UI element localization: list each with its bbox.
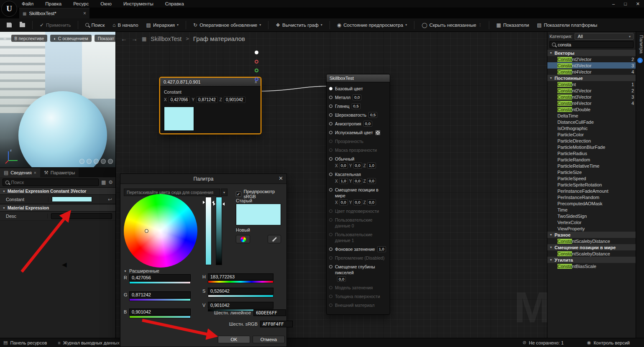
palette-row[interactable]: DeltaTime bbox=[547, 112, 636, 119]
back-icon[interactable]: ← bbox=[121, 35, 127, 42]
menu-edit[interactable]: Правка bbox=[45, 1, 61, 6]
r-output-pin[interactable] bbox=[255, 60, 258, 64]
pin-icon[interactable] bbox=[329, 157, 332, 161]
g-output-pin[interactable] bbox=[255, 69, 258, 72]
material-input-pin[interactable]: Испускаемый цвет bbox=[329, 130, 387, 135]
pin-icon[interactable] bbox=[329, 131, 332, 134]
tab-skillboxtest[interactable]: ▦ SkillboxTest* × bbox=[19, 8, 89, 18]
pin-value-field[interactable]: 0,5 bbox=[352, 103, 360, 109]
material-input-pin[interactable]: Смещение глубины пикселей 0,0 bbox=[329, 264, 387, 282]
color-themes-button[interactable] bbox=[236, 235, 250, 243]
palette-row[interactable]: Consta nt 1 bbox=[547, 81, 636, 87]
palette-row[interactable]: PerInstanceFadeAmount bbox=[547, 188, 636, 194]
hex-srgb-field[interactable]: AFF0F4FF bbox=[260, 321, 293, 327]
palette-row[interactable]: Consta nt3Vector 3 bbox=[547, 62, 636, 69]
palette-row[interactable]: Consta nt3Vector 3 bbox=[547, 94, 636, 100]
node-color-swatch[interactable] bbox=[164, 107, 194, 131]
pin-icon[interactable] bbox=[329, 188, 332, 191]
section-material-expression[interactable]: ▼ Material Expression bbox=[0, 204, 115, 212]
pin-icon[interactable] bbox=[329, 265, 332, 268]
y-value-field[interactable]: 0,0 bbox=[353, 178, 362, 184]
preview-viewport[interactable]: ≡ В перспективе ◐С освещением Показат z bbox=[0, 32, 116, 167]
pin-icon[interactable] bbox=[329, 148, 332, 152]
breadcrumb-root[interactable]: SkillboxTest bbox=[151, 36, 181, 42]
channel-value-field[interactable]: 0,901042 bbox=[208, 302, 273, 309]
pin-icon[interactable] bbox=[329, 140, 332, 143]
pin-icon[interactable] bbox=[329, 295, 332, 298]
y-value-field[interactable]: 0,0 bbox=[353, 199, 362, 205]
minimize-button[interactable]: – bbox=[612, 1, 615, 6]
constant-color-swatch[interactable] bbox=[52, 196, 92, 202]
material-input-pin[interactable]: Цвет подповерхности bbox=[329, 208, 387, 214]
dock-download-icon[interactable]: ↓ bbox=[637, 58, 643, 63]
viewport-menu-icon[interactable]: ≡ bbox=[2, 35, 8, 41]
channel-gradient-slider[interactable] bbox=[208, 281, 273, 283]
perspective-button[interactable]: В перспективе bbox=[11, 35, 48, 42]
platform-stats-button[interactable]: ▤Показатели платформы bbox=[534, 20, 600, 30]
palette-row[interactable]: VertexColor bbox=[547, 219, 636, 225]
close-icon[interactable]: ✕ bbox=[279, 175, 283, 181]
tab-close-icon[interactable]: × bbox=[83, 10, 86, 16]
b-output-pin[interactable] bbox=[255, 77, 258, 81]
material-input-pin[interactable]: Обычный X0,0 Y0,0 Z1,0 bbox=[329, 156, 387, 168]
live-update-button[interactable]: ↻Оперативное обновление▾ bbox=[191, 20, 263, 30]
y-value-field[interactable]: 0,871242 bbox=[196, 97, 218, 103]
material-input-pin[interactable]: Толщина поверхности bbox=[329, 293, 387, 299]
pin-icon[interactable] bbox=[329, 113, 332, 117]
palette-side-tab[interactable]: Палитра bbox=[636, 35, 644, 54]
palette-row[interactable]: ▼ Разное bbox=[547, 232, 636, 238]
channel-gradient-slider[interactable] bbox=[129, 299, 191, 301]
pin-icon[interactable] bbox=[329, 233, 332, 236]
pin-icon[interactable] bbox=[329, 105, 332, 108]
value-slider[interactable] bbox=[216, 197, 222, 265]
menu-asset[interactable]: Ресурс bbox=[73, 1, 89, 6]
cancel-button[interactable]: Отмена bbox=[253, 336, 285, 343]
material-input-pin[interactable]: Внешний материал bbox=[329, 302, 387, 308]
channel-gradient-slider[interactable] bbox=[129, 281, 191, 284]
x-value-field[interactable]: 0,0 bbox=[339, 199, 348, 205]
palette-row[interactable]: Consta nt2Vector 2 bbox=[547, 87, 636, 94]
y-value-field[interactable]: 0,0 bbox=[353, 163, 362, 168]
palette-row[interactable]: Consta ntDouble bbox=[547, 106, 636, 112]
menu-help[interactable]: Справка bbox=[165, 1, 184, 6]
palette-row[interactable]: ParticleColor bbox=[547, 131, 636, 138]
channel-value-field[interactable]: 183,772263 bbox=[208, 273, 273, 280]
menu-window[interactable]: Окно bbox=[100, 1, 112, 6]
shape-mesh-button[interactable] bbox=[108, 159, 113, 164]
shape-cylinder-button[interactable] bbox=[79, 159, 84, 164]
palette-row[interactable]: ▼ Утилита bbox=[547, 257, 636, 263]
palette-row[interactable]: Consta ntBiasScale bbox=[547, 263, 636, 269]
output-log-button[interactable]: ≡Журнал выходных данных bbox=[58, 340, 120, 345]
material-input-pin[interactable]: Фоновое затенение 1,0 bbox=[329, 246, 387, 252]
palette-row[interactable]: IsOrthographic bbox=[547, 125, 636, 131]
checkbox-icon[interactable]: ✓ bbox=[236, 191, 241, 197]
channel-value-field[interactable]: 0,427056 bbox=[129, 274, 191, 281]
close-button[interactable]: ✕ bbox=[636, 1, 640, 7]
palette-row[interactable]: ParticleRandom bbox=[547, 156, 636, 163]
material-input-pin[interactable]: Пользовательские данные 0 bbox=[329, 217, 387, 229]
rgb-output-pin[interactable] bbox=[255, 51, 258, 54]
constant3vector-node[interactable]: 0.427,0.871,0.901 ∧ Constant X0,427056 Y… bbox=[159, 77, 261, 134]
palette-search-field[interactable] bbox=[558, 42, 631, 47]
advanced-section-toggle[interactable]: ▼ Расширенные bbox=[124, 268, 159, 273]
material-input-pin[interactable]: Шероховатость 0,5 bbox=[329, 112, 387, 118]
palette-row[interactable]: ParticleRadius bbox=[547, 150, 636, 156]
palette-row[interactable]: TwoSidedSign bbox=[547, 213, 636, 219]
pin-icon[interactable] bbox=[329, 286, 332, 289]
details-search-input[interactable] bbox=[3, 179, 99, 186]
x-value-field[interactable]: 0,0 bbox=[339, 163, 348, 168]
desc-input[interactable] bbox=[51, 213, 112, 219]
reset-to-default-icon[interactable]: ↩ bbox=[108, 196, 112, 202]
pin-value-field[interactable]: 1,0 bbox=[377, 246, 386, 252]
hex-linear-field[interactable]: 6DDEE6FF bbox=[253, 309, 286, 316]
channel-gradient-slider[interactable] bbox=[129, 316, 191, 318]
eyedropper-button[interactable] bbox=[268, 235, 281, 243]
material-input-pin[interactable]: Анизотропия 0,0 bbox=[329, 121, 387, 127]
category-dropdown[interactable]: All ▾ bbox=[575, 33, 634, 40]
channel-value-field[interactable]: 0,901042 bbox=[129, 309, 191, 315]
palette-row[interactable]: DistanceCullFade bbox=[547, 119, 636, 125]
color-wheel-cursor[interactable] bbox=[145, 229, 148, 233]
z-value-field[interactable]: 0,0 bbox=[367, 199, 376, 205]
ok-button[interactable]: OK bbox=[218, 336, 250, 343]
shape-plane-button[interactable] bbox=[94, 159, 99, 164]
